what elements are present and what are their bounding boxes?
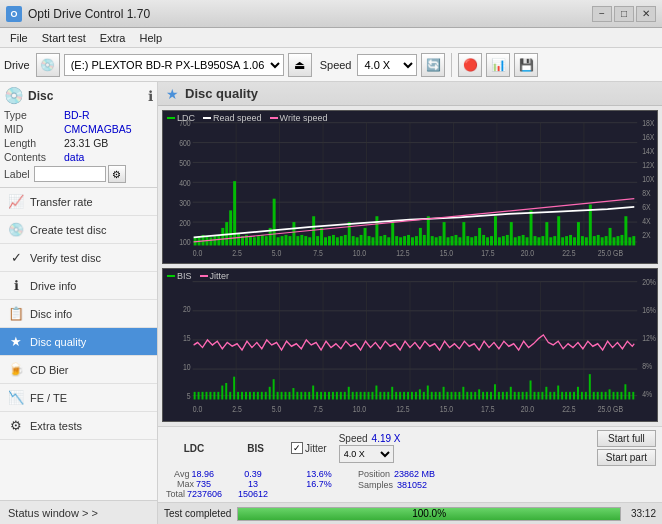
- sidebar-item-disc-quality[interactable]: ★ Disc quality: [0, 328, 157, 356]
- svg-rect-254: [486, 392, 488, 400]
- position-label: Position: [358, 469, 390, 479]
- speed-select[interactable]: 4.0 X: [357, 54, 417, 76]
- svg-text:8%: 8%: [642, 361, 652, 371]
- sidebar-item-create-test-disc[interactable]: 💿 Create test disc: [0, 216, 157, 244]
- menu-starttest[interactable]: Start test: [36, 30, 92, 46]
- legend-ldc: LDC: [167, 113, 195, 123]
- svg-rect-112: [506, 235, 509, 246]
- charts-area: LDC Read speed Write speed: [158, 106, 662, 426]
- svg-rect-182: [202, 392, 204, 400]
- save-button[interactable]: 💾: [514, 53, 538, 77]
- svg-rect-43: [233, 181, 236, 245]
- svg-rect-193: [245, 392, 247, 400]
- disc-info-icon[interactable]: ℹ: [148, 88, 153, 104]
- svg-rect-125: [557, 216, 560, 245]
- sidebar-item-cd-bier[interactable]: 🍺 CD Bier: [0, 356, 157, 384]
- sidebar-item-disc-info[interactable]: 📋 Disc info: [0, 300, 157, 328]
- speed-dropdown[interactable]: 4.0 X: [339, 445, 394, 463]
- svg-rect-265: [530, 380, 532, 399]
- progress-bar: 100.0%: [237, 507, 621, 521]
- svg-rect-92: [427, 216, 430, 245]
- svg-rect-275: [569, 392, 571, 400]
- sidebar-item-drive-info[interactable]: ℹ Drive info: [0, 272, 157, 300]
- start-full-button[interactable]: Start full: [597, 430, 656, 447]
- progress-percentage: 100.0%: [238, 508, 620, 520]
- svg-rect-121: [541, 236, 544, 245]
- ldc-legend-label: LDC: [177, 113, 195, 123]
- svg-rect-71: [344, 235, 347, 246]
- svg-rect-143: [628, 237, 631, 245]
- sidebar-item-transfer-rate[interactable]: 📈 Transfer rate: [0, 188, 157, 216]
- svg-rect-255: [490, 392, 492, 400]
- burn-button[interactable]: 🔴: [458, 53, 482, 77]
- svg-rect-282: [597, 392, 599, 400]
- svg-rect-103: [470, 237, 473, 245]
- sidebar-item-verify-test-disc[interactable]: ✓ Verify test disc: [0, 244, 157, 272]
- menu-help[interactable]: Help: [133, 30, 168, 46]
- svg-rect-227: [379, 392, 381, 400]
- bis-header: BIS: [247, 443, 264, 454]
- disc-label-input[interactable]: [34, 166, 106, 182]
- svg-rect-206: [296, 392, 298, 400]
- svg-rect-280: [589, 374, 591, 399]
- svg-rect-120: [537, 237, 540, 245]
- ldc-total-value: 7237606: [187, 489, 222, 499]
- svg-rect-198: [265, 392, 267, 400]
- sidebar-item-fe-te[interactable]: 📉 FE / TE: [0, 384, 157, 412]
- drive-icon-btn[interactable]: 💿: [36, 53, 60, 77]
- bis-stats: BIS: [228, 443, 283, 454]
- svg-text:400: 400: [179, 178, 191, 188]
- disc-label-button[interactable]: ⚙: [108, 165, 126, 183]
- read-speed-legend-dot: [203, 117, 211, 119]
- svg-rect-276: [573, 392, 575, 400]
- svg-rect-50: [261, 235, 264, 246]
- svg-rect-74: [356, 237, 359, 245]
- drive-select[interactable]: (E:) PLEXTOR BD-R PX-LB950SA 1.06: [64, 54, 284, 76]
- speed-label: Speed: [320, 59, 352, 71]
- app-icon: O: [6, 6, 22, 22]
- svg-text:15.0: 15.0: [440, 248, 453, 258]
- minimize-button[interactable]: −: [592, 6, 612, 22]
- close-button[interactable]: ✕: [636, 6, 656, 22]
- start-part-button[interactable]: Start part: [597, 449, 656, 466]
- svg-text:15.0: 15.0: [440, 404, 454, 414]
- svg-text:0.0: 0.0: [193, 248, 203, 258]
- svg-text:500: 500: [179, 158, 191, 168]
- nav-items: 📈 Transfer rate 💿 Create test disc ✓ Ver…: [0, 188, 157, 500]
- maximize-button[interactable]: □: [614, 6, 634, 22]
- bis-chart-svg: 5 10 15 20 20% 16% 12% 8% 4%: [163, 269, 657, 421]
- eject-button[interactable]: ⏏: [288, 53, 312, 77]
- svg-text:2X: 2X: [642, 231, 650, 241]
- svg-rect-39: [217, 235, 220, 246]
- bis-legend-label: BIS: [177, 271, 192, 281]
- svg-rect-40: [221, 228, 224, 246]
- status-window[interactable]: Status window > >: [0, 500, 157, 524]
- sidebar-item-label: Disc quality: [30, 336, 86, 348]
- sidebar-item-extra-tests[interactable]: ⚙ Extra tests: [0, 412, 157, 440]
- position-samples: Position 23862 MB Samples 381052: [358, 469, 435, 499]
- svg-rect-110: [498, 237, 501, 245]
- svg-rect-239: [427, 386, 429, 400]
- analyze-button[interactable]: 📊: [486, 53, 510, 77]
- svg-rect-240: [431, 392, 433, 400]
- svg-rect-82: [387, 237, 390, 245]
- svg-rect-89: [415, 236, 418, 245]
- menu-extra[interactable]: Extra: [94, 30, 132, 46]
- menu-file[interactable]: File: [4, 30, 34, 46]
- svg-rect-288: [620, 392, 622, 400]
- menubar: File Start test Extra Help: [0, 28, 662, 48]
- svg-rect-264: [526, 392, 528, 400]
- svg-rect-126: [561, 237, 564, 245]
- refresh-button[interactable]: 🔄: [421, 53, 445, 77]
- jitter-checkbox[interactable]: ✓: [291, 442, 303, 454]
- svg-rect-220: [352, 392, 354, 400]
- disc-length-label: Length: [4, 137, 64, 149]
- svg-rect-127: [565, 236, 568, 245]
- svg-rect-138: [609, 228, 612, 246]
- svg-text:4%: 4%: [642, 389, 652, 399]
- svg-rect-284: [605, 392, 607, 400]
- svg-rect-274: [565, 392, 567, 400]
- svg-rect-132: [585, 237, 588, 245]
- svg-rect-51: [265, 236, 268, 245]
- disc-type-row: Type BD-R: [4, 109, 153, 121]
